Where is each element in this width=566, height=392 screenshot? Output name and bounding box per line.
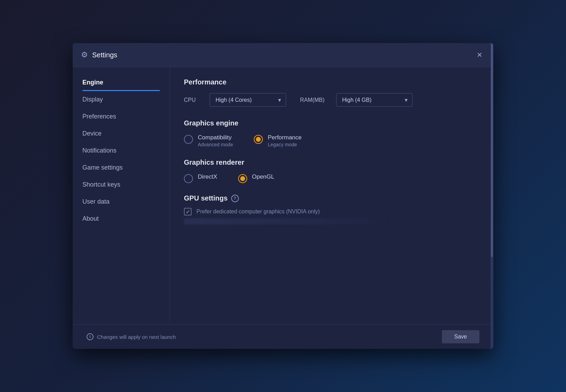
modal-title: Settings [92, 51, 474, 59]
footer-info: i Changes will apply on next launch [87, 333, 176, 340]
close-button[interactable]: ✕ [474, 49, 485, 60]
cpu-select-wrap: High (4 Cores) Medium (2 Cores) Low (1 C… [210, 93, 286, 107]
gpu-checkbox-label: Prefer dedicated computer graphics (NVID… [196, 209, 320, 215]
info-icon: i [87, 333, 94, 340]
ram-label: RAM(MB) [300, 97, 328, 103]
gpu-blurred-info [184, 218, 391, 224]
sidebar-item-notifications[interactable]: Notifications [73, 142, 170, 159]
gpu-help-icon[interactable]: ? [231, 195, 239, 202]
compatibility-radio[interactable] [184, 135, 193, 144]
ram-select-wrap: High (4 GB) Medium (2 GB) Low (1 GB) ▼ [336, 93, 413, 107]
save-button[interactable]: Save [442, 330, 479, 343]
graphics-renderer-section: Graphics renderer DirectX OpenGL [184, 158, 479, 183]
graphics-renderer-title: Graphics renderer [184, 158, 479, 166]
sidebar: Engine Display Preferences Device Notifi… [73, 67, 170, 324]
sidebar-item-about[interactable]: About [73, 210, 170, 227]
performance-option[interactable]: Performance Legacy mode [254, 134, 301, 147]
compatibility-label: Compatibility [198, 134, 233, 141]
graphics-renderer-options: DirectX OpenGL [184, 173, 479, 183]
ram-select[interactable]: High (4 GB) Medium (2 GB) Low (1 GB) [336, 93, 413, 107]
cpu-label: CPU [184, 97, 201, 103]
footer-info-text: Changes will apply on next launch [97, 334, 176, 340]
modal-header: ⚙ Settings ✕ [73, 43, 493, 67]
gear-icon: ⚙ [81, 50, 88, 59]
gpu-header: GPU settings ? [184, 194, 479, 202]
main-content: Performance CPU High (4 Cores) Medium (2… [170, 67, 493, 324]
gpu-settings-title: GPU settings [184, 194, 228, 202]
gpu-checkbox[interactable]: ✓ [184, 208, 192, 215]
gpu-checkbox-row: ✓ Prefer dedicated computer graphics (NV… [184, 208, 479, 215]
cpu-select[interactable]: High (4 Cores) Medium (2 Cores) Low (1 C… [210, 93, 286, 107]
graphics-engine-section: Graphics engine Compatibility Advanced m… [184, 119, 479, 147]
performance-row: CPU High (4 Cores) Medium (2 Cores) Low … [184, 93, 479, 107]
performance-radio-dot [256, 137, 261, 142]
compatibility-option[interactable]: Compatibility Advanced mode [184, 134, 233, 147]
directx-label: DirectX [198, 173, 217, 180]
performance-sublabel: Legacy mode [268, 142, 301, 147]
settings-modal: ⚙ Settings ✕ Engine Display Preferences … [73, 43, 493, 349]
sidebar-item-preferences[interactable]: Preferences [73, 108, 170, 125]
opengl-radio[interactable] [238, 174, 247, 183]
opengl-radio-dot [240, 176, 245, 181]
graphics-engine-title: Graphics engine [184, 119, 479, 127]
sidebar-item-device[interactable]: Device [73, 125, 170, 142]
graphics-engine-options: Compatibility Advanced mode Performance … [184, 134, 479, 147]
compatibility-sublabel: Advanced mode [198, 142, 233, 147]
sidebar-item-display[interactable]: Display [73, 91, 170, 108]
directx-radio[interactable] [184, 174, 193, 183]
scrollbar[interactable] [491, 67, 493, 324]
sidebar-item-user-data[interactable]: User data [73, 193, 170, 210]
gpu-settings-section: GPU settings ? ✓ Prefer dedicated comput… [184, 194, 479, 224]
directx-option[interactable]: DirectX [184, 173, 217, 183]
modal-footer: i Changes will apply on next launch Save [73, 324, 493, 349]
sidebar-item-shortcut-keys[interactable]: Shortcut keys [73, 176, 170, 193]
sidebar-item-engine[interactable]: Engine [73, 74, 170, 91]
performance-label: Performance [268, 134, 301, 141]
sidebar-item-game-settings[interactable]: Game settings [73, 159, 170, 176]
performance-section: Performance CPU High (4 Cores) Medium (2… [184, 78, 479, 107]
opengl-option[interactable]: OpenGL [238, 173, 274, 183]
opengl-label: OpenGL [252, 173, 274, 180]
scrollbar-thumb [491, 67, 493, 257]
performance-title: Performance [184, 78, 479, 86]
performance-radio[interactable] [254, 135, 263, 144]
modal-body: Engine Display Preferences Device Notifi… [73, 67, 493, 324]
